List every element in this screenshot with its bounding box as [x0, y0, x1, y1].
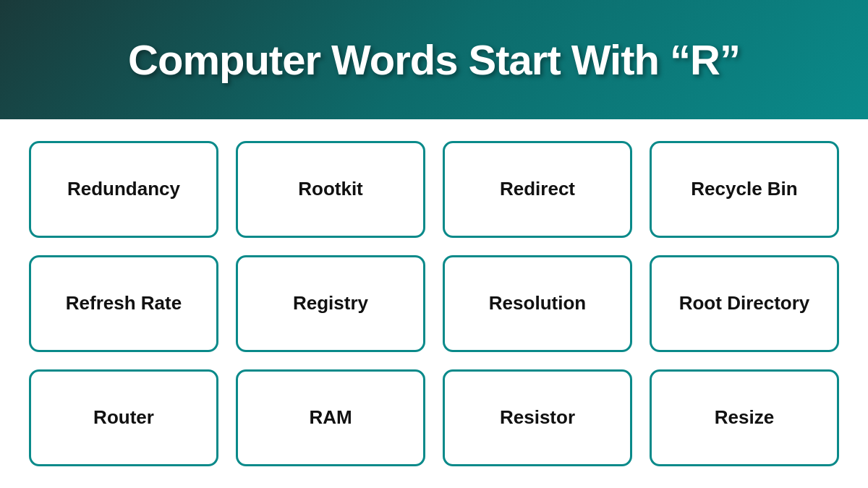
page-title: Computer Words Start With “R” — [128, 37, 740, 83]
card-resolution: Resolution — [443, 255, 632, 352]
content-area: RedundancyRootkitRedirectRecycle BinRefr… — [0, 119, 868, 488]
page-header: Computer Words Start With “R” — [0, 0, 868, 119]
card-resize: Resize — [650, 369, 839, 466]
card-label-rootkit: Rootkit — [298, 178, 363, 200]
card-rootkit: Rootkit — [236, 141, 425, 238]
card-recycle-bin: Recycle Bin — [650, 141, 839, 238]
card-label-root-directory: Root Directory — [679, 292, 810, 314]
card-ram: RAM — [236, 369, 425, 466]
card-label-resize: Resize — [715, 406, 774, 429]
card-label-ram: RAM — [309, 406, 352, 429]
card-registry: Registry — [236, 255, 425, 352]
cards-grid: RedundancyRootkitRedirectRecycle BinRefr… — [29, 141, 839, 466]
card-redirect: Redirect — [443, 141, 632, 238]
card-resistor: Resistor — [443, 369, 632, 466]
card-redundancy: Redundancy — [29, 141, 218, 238]
card-refresh-rate: Refresh Rate — [29, 255, 218, 352]
card-label-registry: Registry — [293, 292, 368, 314]
card-router: Router — [29, 369, 218, 466]
card-label-redirect: Redirect — [500, 178, 575, 200]
card-root-directory: Root Directory — [650, 255, 839, 352]
card-label-resistor: Resistor — [500, 406, 575, 429]
card-label-redundancy: Redundancy — [67, 178, 180, 200]
card-label-resolution: Resolution — [489, 292, 586, 314]
card-label-refresh-rate: Refresh Rate — [66, 292, 182, 314]
card-label-router: Router — [93, 406, 154, 429]
card-label-recycle-bin: Recycle Bin — [691, 178, 797, 200]
